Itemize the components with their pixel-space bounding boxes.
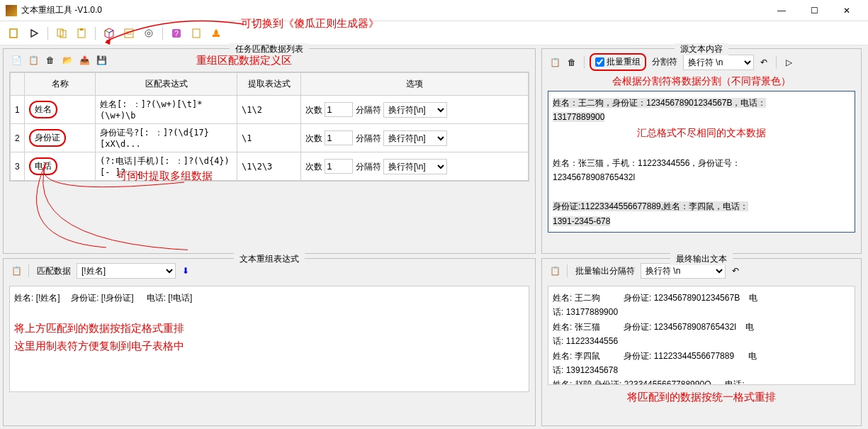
src-line	[553, 185, 850, 199]
src-line: 13177889900	[553, 110, 850, 124]
task-new-icon[interactable]: 📄	[9, 53, 23, 67]
maximize-button[interactable]: ☐	[804, 4, 824, 18]
tb-paste-icon[interactable]	[73, 25, 90, 42]
task-export-icon[interactable]: 📤	[77, 53, 91, 67]
count-input[interactable]	[325, 102, 353, 117]
expr-textarea[interactable]: 姓名: [!姓名] 身份证: [!身份证] 电话: [!电话] 将上方匹配到的数…	[9, 286, 529, 392]
task-panel-title: 任务匹配数据列表	[230, 43, 309, 55]
expr-paste-icon[interactable]: 📋	[9, 264, 23, 278]
task-panel: 任务匹配数据列表 📄 📋 🗑 📂 📤 💾 重组区配数据定义区 名称 区配表达式	[3, 48, 536, 254]
src-play-icon[interactable]: ▷	[782, 55, 796, 69]
svg-line-7	[105, 30, 109, 33]
svg-line-8	[109, 30, 113, 33]
svg-point-13	[145, 30, 152, 37]
src-line: 12345678908765432l	[553, 170, 850, 184]
out-copy-icon[interactable]: 📋	[548, 264, 562, 278]
task-copy-icon[interactable]: 📋	[26, 53, 40, 67]
task-folder-icon[interactable]: 📂	[60, 53, 74, 67]
tb-cube-icon[interactable]	[101, 25, 118, 42]
source-panel-title: 源文本内容	[675, 43, 728, 55]
output-panel: 最终输出文本 📋 批量输出分隔符 换行符 \n ↶ 姓名: 王二狗 身份证: 1…	[541, 258, 862, 426]
src-line: 姓名：张三猫，手机：11223344556，身份证号：	[553, 156, 850, 170]
task-trash-icon[interactable]: 🗑	[43, 53, 57, 67]
match-data-select[interactable]: [!姓名]	[77, 263, 176, 279]
table-row[interactable]: 3 电话 (?:电话|手机)[: ：]?(\d{4})[- ]?... \1\2…	[11, 152, 529, 181]
tb-copy-icon[interactable]	[53, 25, 70, 42]
row-sep-select[interactable]: 换行符[\n]	[383, 102, 447, 118]
expr-insert-icon[interactable]: ⬇	[179, 264, 193, 278]
svg-text:?: ?	[174, 30, 179, 38]
out-sep-select[interactable]: 换行符 \n	[641, 263, 726, 279]
task-table: 名称 区配表达式 提取表达式 选项 1 姓名 姓名[: ：]?(\w+)[\t]…	[10, 72, 529, 181]
main-toolbar: ?	[0, 21, 868, 45]
out-line: 话: 13912345678	[553, 363, 850, 377]
annotation-split: 会根据分割符将数据分割（不同背景色）	[542, 75, 861, 88]
src-line	[553, 228, 850, 233]
output-textarea[interactable]: 姓名: 王二狗 身份证: 12345678901234567B 电话: 1317…	[548, 286, 855, 385]
task-save-icon[interactable]: 💾	[94, 53, 108, 67]
annotation-unify: 将匹配到的数据按统一格式重排	[542, 391, 861, 407]
out-line: 姓名: 张三猫 身份证: 12345678908765432l 电	[553, 320, 850, 334]
svg-rect-17	[193, 29, 200, 38]
th-extract: 提取表达式	[237, 73, 301, 96]
source-textarea[interactable]: 姓名：王二狗，身份证：12345678901234567B，电话：1317788…	[548, 91, 855, 233]
row-sep-select[interactable]: 换行符[\n]	[383, 159, 447, 174]
annotation-rearrange2: 这里用制表符方便复制到电子表格中	[14, 338, 524, 356]
batch-checkbox-input[interactable]	[595, 57, 604, 67]
svg-rect-10	[125, 29, 133, 38]
count-input[interactable]	[325, 130, 353, 145]
th-name: 名称	[25, 73, 96, 96]
row-sep-select[interactable]: 换行符[\n]	[383, 130, 447, 146]
out-line: 话: 13177889900	[553, 305, 850, 319]
tb-doc-icon[interactable]	[188, 25, 205, 42]
src-line: 姓名：王二狗，身份证：12345678901234567B，电话：	[553, 96, 850, 110]
tb-list-icon[interactable]	[120, 25, 137, 42]
src-sep-select[interactable]: 换行符 \n	[683, 55, 754, 70]
batch-reorganize-checkbox[interactable]: 批量重组	[590, 53, 646, 71]
out-line: 姓名: 李四鼠 身份证: 11223344556677889 电	[553, 349, 850, 363]
expr-body: 姓名: [!姓名] 身份证: [!身份证] 电话: [!电话]	[14, 291, 524, 305]
app-icon	[6, 5, 17, 16]
src-sep-label: 分割符	[652, 56, 677, 68]
minimize-button[interactable]: —	[772, 4, 791, 18]
out-undo-icon[interactable]: ↶	[728, 264, 743, 278]
annotation-summary: 汇总格式不尽相同的文本数据	[553, 125, 850, 142]
tb-flame-icon[interactable]	[208, 25, 225, 42]
table-row[interactable]: 2 身份证 身份证号?[: ：]?(\d{17}[xX\d... \1 次数 分…	[11, 124, 529, 152]
table-row[interactable]: 1 姓名 姓名[: ：]?(\w+)[\t]*(\w+)\b \1\2 次数 分…	[11, 96, 529, 124]
out-sep-label: 批量输出分隔符	[575, 265, 635, 277]
expr-panel-title: 文本重组表达式	[234, 253, 305, 265]
src-undo-icon[interactable]: ↶	[757, 55, 771, 69]
th-options: 选项	[301, 73, 529, 96]
window-titlebar: 文本重组工具 -V1.0.0 — ☐ ✕	[0, 0, 868, 21]
src-paste-icon[interactable]: 📋	[548, 55, 562, 69]
src-line	[553, 142, 850, 156]
svg-rect-5	[80, 28, 83, 30]
output-panel-title: 最终输出文本	[670, 253, 733, 265]
window-title: 文本重组工具 -V1.0.0	[21, 4, 102, 16]
svg-marker-1	[31, 30, 38, 37]
svg-point-14	[147, 32, 150, 35]
src-line: 1391-2345-678	[553, 214, 850, 228]
source-panel: 源文本内容 📋 🗑 批量重组 分割符 换行符 \n ↶ ▷ 会根据分割符将数据分…	[541, 48, 862, 254]
match-data-label: 匹配数据	[37, 265, 71, 277]
close-button[interactable]: ✕	[837, 4, 857, 18]
annotation-define: 重组区配数据定义区	[196, 54, 292, 67]
expr-panel: 文本重组表达式 📋 匹配数据 [!姓名] ⬇ 姓名: [!姓名] 身份证: [!…	[3, 258, 536, 426]
tb-file-icon[interactable]	[6, 25, 23, 42]
src-line: 身份证:11223344556677889,姓名：李四鼠，电话：	[553, 199, 850, 213]
tb-play-icon[interactable]	[26, 25, 43, 42]
th-match: 区配表达式	[96, 73, 237, 96]
svg-rect-0	[10, 29, 17, 38]
tb-help-icon[interactable]: ?	[168, 25, 185, 42]
out-line: 姓名: 赵驴 身份证: 22334455667788990O 电话:	[553, 377, 850, 385]
out-line: 话: 11223344556	[553, 334, 850, 348]
src-trash-icon[interactable]: 🗑	[565, 55, 579, 69]
out-line: 姓名: 王二狗 身份证: 12345678901234567B 电	[553, 291, 850, 305]
count-input[interactable]	[325, 159, 353, 174]
tb-gear-icon[interactable]	[140, 25, 157, 42]
annotation-rearrange1: 将上方匹配到的数据按指定格式重排	[14, 320, 524, 338]
